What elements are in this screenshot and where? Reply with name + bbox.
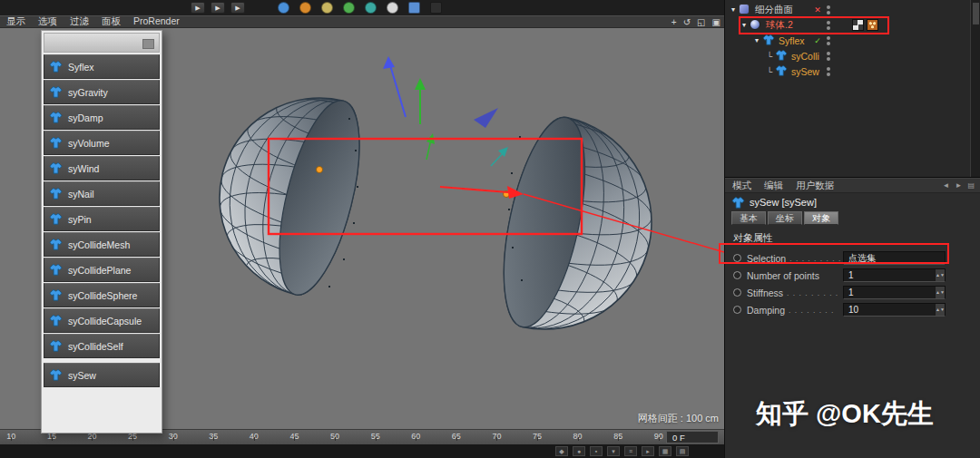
menu-item[interactable]: syWind	[44, 156, 160, 180]
attribute-value-field[interactable]: 1 ▲▼	[843, 268, 946, 282]
menu-item[interactable]: syDamp	[44, 105, 160, 130]
viewport-menu-item[interactable]: 面板	[95, 15, 127, 28]
zoom-view-icon[interactable]: ◱	[697, 17, 705, 27]
menu-item[interactable]: Syflex	[44, 54, 160, 79]
ruler-tick: 40	[234, 430, 275, 441]
visibility-dots[interactable]	[827, 5, 830, 15]
viewport-menubar: 显示选项过滤面板ProRender +↺◱▣	[0, 15, 724, 28]
menu-item[interactable]: syCollidePlane	[44, 258, 160, 282]
menu-item[interactable]: syCollideCapsule	[44, 308, 160, 333]
menu-item-label: syGravity	[68, 87, 108, 98]
object-manager[interactable]: 细分曲面 ✕ 球体.2	[725, 0, 980, 178]
play-button[interactable]: ▶	[211, 2, 225, 14]
visibility-dots[interactable]	[827, 21, 830, 30]
timeline-options-icon[interactable]: ▸	[642, 446, 654, 456]
menu-item[interactable]: syCollideSphere	[44, 283, 160, 307]
grid-toggle-icon[interactable]: ▤	[676, 446, 689, 456]
attribute-value-field[interactable]: 点选集 ▲▼	[843, 251, 946, 265]
attribute-rows: Selection . . . . . . . . . 点选集 ▲▼ Numbe…	[725, 249, 980, 318]
object-row[interactable]: syColli	[725, 48, 980, 63]
keyframe-circle-icon[interactable]	[733, 254, 741, 262]
attribute-tab[interactable]: 坐标	[768, 211, 802, 225]
attribute-value-field[interactable]: 10 ▲▼	[843, 303, 946, 317]
scale-tool-icon[interactable]	[321, 2, 333, 14]
pan-view-icon[interactable]: +	[671, 17, 677, 27]
ruler-tick: 55	[355, 430, 396, 441]
rotate-tool-icon[interactable]	[299, 2, 311, 14]
object-row[interactable]: 细分曲面 ✕	[725, 2, 980, 17]
attribute-tab[interactable]: 基本	[731, 211, 766, 225]
right-hemisphere-mesh[interactable]	[417, 95, 671, 349]
coord-tool-icon[interactable]	[365, 2, 377, 14]
rotate-view-icon[interactable]: ↺	[683, 17, 691, 27]
keyframe-circle-icon[interactable]	[733, 288, 741, 297]
snap-icon[interactable]: ▦	[659, 446, 671, 456]
object-row[interactable]: 球体.2	[725, 17, 980, 33]
section-title[interactable]: 对象属性	[725, 231, 980, 245]
enable-state-icon[interactable]: ✓	[812, 36, 823, 45]
pen-tool-icon[interactable]	[387, 2, 398, 14]
spinner-arrows[interactable]: ▲▼	[935, 269, 945, 281]
menu-item[interactable]: syVolume	[44, 131, 160, 155]
attribute-menu-item[interactable]: 编辑	[764, 180, 783, 192]
menu-header[interactable]	[44, 33, 160, 53]
timeline-key-icon[interactable]: ◆	[555, 446, 568, 456]
attribute-value-field[interactable]: 1 ▲▼	[843, 286, 946, 299]
scrollbar[interactable]	[970, 0, 980, 177]
menu-item[interactable]: syCollideMesh	[44, 232, 160, 257]
visibility-dots[interactable]	[827, 67, 830, 76]
attribute-menu-item[interactable]: 用户数据	[796, 180, 834, 192]
leader-dots: . . . . . . . .	[789, 306, 834, 315]
spinner-arrows[interactable]: ▲▼	[935, 287, 945, 298]
phong-tag-icon[interactable]	[852, 19, 864, 31]
keyframe-circle-icon[interactable]	[733, 271, 741, 279]
menu-item-label: sySew	[68, 370, 96, 381]
axis-gizmo[interactable]	[383, 56, 508, 166]
render-tool-icon[interactable]	[430, 2, 442, 14]
expand-toggle-icon[interactable]	[752, 36, 761, 44]
expand-toggle-icon[interactable]	[729, 5, 738, 14]
keyframe-circle-icon[interactable]	[733, 306, 741, 314]
menu-item[interactable]: syPin	[44, 207, 160, 231]
enable-state-icon[interactable]: ✕	[812, 5, 823, 15]
attribute-object-title: sySew [sySew]	[725, 193, 980, 211]
maximize-view-icon[interactable]: ▣	[712, 17, 720, 27]
menu-item[interactable]: sySew	[44, 363, 160, 387]
timeline-track-icon[interactable]: ≡	[624, 446, 637, 456]
timeline-keyframe-icon[interactable]: ▪	[590, 446, 603, 456]
attribute-tab[interactable]: 对象	[804, 211, 838, 225]
menu-item[interactable]: syGravity	[44, 80, 160, 104]
current-frame-field[interactable]: 0 F	[666, 431, 719, 443]
object-row[interactable]: Syflex ✓	[725, 33, 980, 48]
viewport-menu-item[interactable]: ProRender	[127, 15, 186, 28]
grid-tool-icon[interactable]	[408, 2, 420, 14]
viewport-menu-item[interactable]: 显示	[0, 15, 32, 28]
menu-item[interactable]: syNail	[44, 181, 160, 206]
expand-toggle-icon[interactable]	[765, 67, 774, 76]
visibility-dots[interactable]	[827, 36, 830, 45]
visibility-dots[interactable]	[827, 52, 830, 61]
spinner-arrows[interactable]: ▲▼	[935, 304, 945, 316]
viewport-menu-item[interactable]: 过滤	[64, 15, 95, 28]
timeline-marker-icon[interactable]: ▾	[607, 446, 620, 456]
forward-icon[interactable]: ►	[956, 181, 963, 190]
axis-tool-icon[interactable]	[343, 2, 355, 14]
attribute-label: Damping	[747, 305, 785, 316]
move-tool-icon[interactable]	[278, 2, 289, 14]
back-icon[interactable]: ◄	[943, 181, 950, 190]
attribute-row: Selection . . . . . . . . . 点选集 ▲▼	[725, 249, 980, 267]
play-button[interactable]: ▶	[230, 2, 245, 14]
sphere-icon	[750, 19, 760, 30]
selection-tag-icon[interactable]	[867, 19, 878, 31]
viewport-menu-item[interactable]: 选项	[32, 15, 64, 28]
shirt-icon	[49, 264, 63, 276]
timeline-record-icon[interactable]: ●	[573, 446, 585, 456]
object-row[interactable]: sySew	[725, 63, 980, 79]
attribute-menu-item[interactable]: 模式	[732, 180, 751, 192]
expand-toggle-icon[interactable]	[740, 21, 749, 29]
menu-item[interactable]: syCollideSelf	[44, 334, 160, 358]
panel-menu-icon[interactable]: ▤	[967, 181, 975, 190]
play-button[interactable]: ▶	[191, 2, 205, 14]
selected-point-left[interactable]	[317, 167, 323, 173]
expand-toggle-icon[interactable]	[765, 52, 774, 61]
